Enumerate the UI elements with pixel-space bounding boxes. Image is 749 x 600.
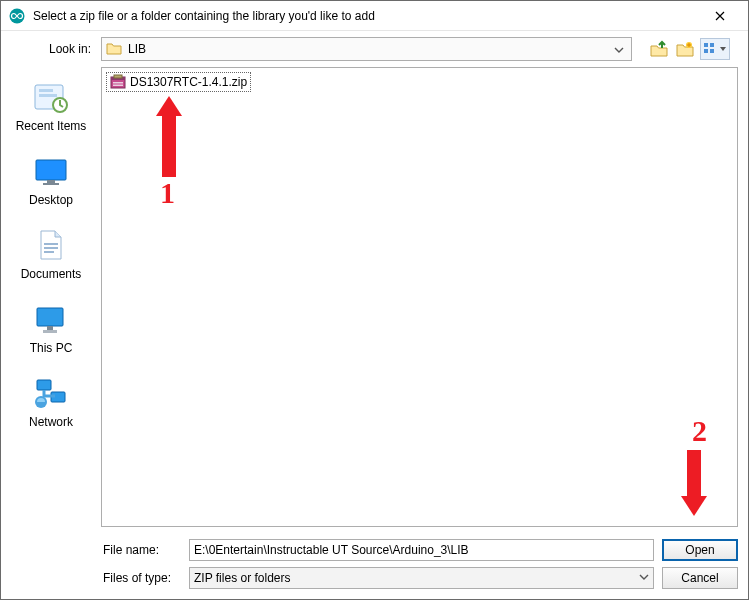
place-label: This PC xyxy=(30,341,73,355)
place-recent-items[interactable]: Recent Items xyxy=(9,77,93,137)
svg-rect-19 xyxy=(43,330,57,333)
place-documents[interactable]: Documents xyxy=(9,225,93,285)
svg-rect-4 xyxy=(704,49,708,53)
svg-rect-25 xyxy=(114,75,122,78)
close-button[interactable] xyxy=(700,2,740,30)
lookin-dropdown[interactable]: LIB xyxy=(101,37,632,61)
zip-file-icon xyxy=(110,74,126,90)
file-dialog: Select a zip file or a folder containing… xyxy=(0,0,749,600)
svg-rect-10 xyxy=(36,160,66,180)
desktop-icon xyxy=(33,155,69,189)
chevron-down-icon xyxy=(639,571,649,585)
network-icon xyxy=(33,377,69,411)
titlebar: Select a zip file or a folder containing… xyxy=(1,1,748,31)
places-bar: Recent Items Desktop xyxy=(1,67,101,599)
dialog-title: Select a zip file or a folder containing… xyxy=(33,9,700,23)
filename-value: E:\0Entertain\Instructable UT Source\Ard… xyxy=(194,543,469,557)
filetype-label: Files of type: xyxy=(101,571,181,585)
place-label: Desktop xyxy=(29,193,73,207)
filetype-dropdown[interactable]: ZIP files or folders xyxy=(189,567,654,589)
svg-rect-20 xyxy=(37,380,51,390)
svg-rect-2 xyxy=(704,43,708,47)
file-item-zip[interactable]: DS1307RTC-1.4.1.zip xyxy=(106,72,251,92)
bottom-panel: File name: E:\0Entertain\Instructable UT… xyxy=(101,527,738,589)
place-this-pc[interactable]: This PC xyxy=(9,299,93,359)
annotation-number-1: 1 xyxy=(160,176,175,210)
documents-icon xyxy=(33,229,69,263)
cancel-button-label: Cancel xyxy=(681,571,718,585)
svg-rect-12 xyxy=(43,183,59,185)
place-label: Documents xyxy=(21,267,82,281)
view-menu-button[interactable] xyxy=(700,38,730,60)
svg-rect-14 xyxy=(44,247,58,249)
file-name-label: DS1307RTC-1.4.1.zip xyxy=(130,75,247,89)
new-folder-button[interactable] xyxy=(674,38,696,60)
lookin-toolbar xyxy=(638,38,736,60)
svg-rect-27 xyxy=(113,85,123,87)
filetype-value: ZIP files or folders xyxy=(194,571,290,585)
lookin-value: LIB xyxy=(128,42,146,56)
svg-rect-13 xyxy=(44,243,58,245)
annotation-arrow-1 xyxy=(154,92,184,177)
filename-label: File name: xyxy=(101,543,181,557)
filename-input[interactable]: E:\0Entertain\Instructable UT Source\Ard… xyxy=(189,539,654,561)
recent-items-icon xyxy=(33,81,69,115)
open-button-label: Open xyxy=(685,543,714,557)
open-button[interactable]: Open xyxy=(662,539,738,561)
svg-rect-7 xyxy=(39,89,53,92)
cancel-button[interactable]: Cancel xyxy=(662,567,738,589)
file-list-pane[interactable]: DS1307RTC-1.4.1.zip 1 2 xyxy=(101,67,738,527)
svg-rect-5 xyxy=(710,49,714,53)
this-pc-icon xyxy=(33,303,69,337)
svg-rect-3 xyxy=(710,43,714,47)
svg-rect-15 xyxy=(44,251,54,253)
svg-rect-8 xyxy=(39,94,57,97)
lookin-label: Look in: xyxy=(1,42,95,56)
place-network[interactable]: Network xyxy=(9,373,93,433)
folder-icon xyxy=(106,41,122,57)
annotation-number-2: 2 xyxy=(692,414,707,448)
annotation-arrow-2 xyxy=(679,450,709,520)
place-label: Network xyxy=(29,415,73,429)
lookin-row: Look in: LIB xyxy=(1,31,748,67)
svg-rect-18 xyxy=(47,326,53,330)
svg-rect-16 xyxy=(37,308,63,326)
chevron-down-icon xyxy=(611,42,627,58)
up-one-level-button[interactable] xyxy=(648,38,670,60)
place-label: Recent Items xyxy=(16,119,87,133)
svg-rect-26 xyxy=(113,82,123,84)
place-desktop[interactable]: Desktop xyxy=(9,151,93,211)
arduino-icon xyxy=(9,8,25,24)
svg-rect-11 xyxy=(47,180,55,183)
